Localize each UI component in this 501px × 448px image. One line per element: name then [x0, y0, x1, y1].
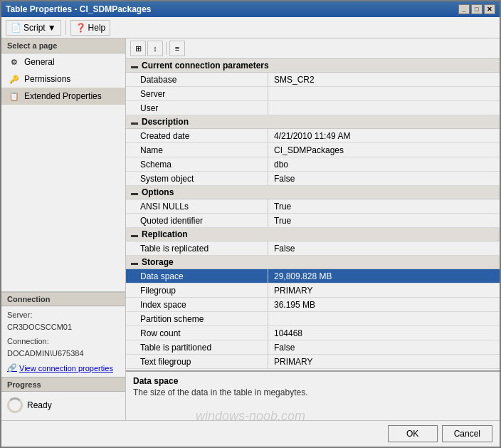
sidebar-item-general[interactable]: ⚙ General	[1, 53, 125, 71]
script-icon: 📄	[11, 23, 21, 33]
toggle-icon: ▬	[130, 231, 139, 239]
row-index-space: Index space 36.195 MB	[126, 298, 500, 312]
desc-text: The size of the data in the table in meg…	[133, 387, 492, 397]
row-schema: Schema dbo	[126, 157, 500, 172]
connection-info: Server: CR3DOCSCCM01 Connection: DOCADMI…	[7, 309, 120, 360]
bottom-bar: OK Cancel	[1, 420, 500, 447]
list-view-btn[interactable]: ≡	[169, 41, 185, 56]
sidebar-item-permissions[interactable]: 🔑 Permissions	[1, 71, 125, 88]
row-row-count: Row count 104468	[126, 326, 500, 340]
toggle-icon: ▬	[130, 62, 139, 70]
title-bar-controls: _ □ ✕	[458, 4, 495, 14]
sidebar: Select a page ⚙ General 🔑 Permissions 📋 …	[1, 38, 126, 420]
ok-button[interactable]: OK	[388, 425, 438, 442]
section-replication[interactable]: ▬ Replication	[126, 228, 500, 241]
icon-separator	[166, 42, 167, 55]
dropdown-arrow: ▼	[48, 23, 56, 33]
grid-view-btn[interactable]: ⊞	[130, 41, 146, 56]
progress-title: Progress	[1, 377, 125, 392]
section-storage[interactable]: ▬ Storage	[126, 256, 500, 269]
separator	[65, 21, 66, 35]
props-area[interactable]: ▬ Current connection parameters Database…	[126, 59, 500, 370]
general-icon: ⚙	[9, 56, 20, 68]
sidebar-item-extended-properties[interactable]: 📋 Extended Properties	[1, 88, 125, 105]
help-button[interactable]: ❓ Help	[70, 20, 111, 36]
desc-title: Data space	[133, 376, 492, 386]
sort-btn[interactable]: ↕	[147, 41, 163, 56]
row-ansi-nulls: ANSI NULLs True	[126, 199, 500, 214]
cancel-button[interactable]: Cancel	[442, 425, 492, 442]
row-filegroup: Filegroup PRIMARY	[126, 283, 500, 298]
server-value: CR3DOCSCCM01	[7, 323, 72, 331]
row-name: Name CI_SDMPackages	[126, 143, 500, 157]
sidebar-items: ⚙ General 🔑 Permissions 📋 Extended Prope…	[1, 53, 125, 291]
server-label-row: Server: CR3DOCSCCM01	[7, 309, 120, 334]
toolbar: 📄 Script ▼ ❓ Help	[1, 17, 500, 38]
content-area: Select a page ⚙ General 🔑 Permissions 📋 …	[1, 38, 500, 420]
icon-toolbar: ⊞ ↕ ≡	[126, 38, 500, 59]
maximize-btn[interactable]: □	[471, 4, 482, 14]
row-text-filegroup: Text filegroup PRIMARY	[126, 355, 500, 369]
main-panel: ⊞ ↕ ≡ ▬ Current connection parameters Da…	[126, 38, 500, 420]
window-title: Table Properties - CI_SDMPackages	[6, 4, 152, 14]
connection-section: Connection Server: CR3DOCSCCM01 Connecti…	[1, 291, 125, 377]
toggle-icon: ▬	[130, 259, 139, 266]
connection-label: Connection:	[7, 337, 49, 345]
extended-icon: 📋	[9, 90, 20, 102]
section-description[interactable]: ▬ Description	[126, 115, 500, 129]
row-system-object: System object False	[126, 172, 500, 186]
row-database: Database SMS_CR2	[126, 73, 500, 87]
minimize-btn[interactable]: _	[458, 4, 470, 14]
progress-section: Progress Ready	[1, 377, 125, 420]
row-created-date: Created date 4/21/2010 11:49 AM	[126, 129, 500, 143]
progress-spinner	[7, 397, 23, 413]
row-table-replicated: Table is replicated False	[126, 241, 500, 256]
row-partition-scheme: Partition scheme	[126, 312, 500, 326]
section-options[interactable]: ▬ Options	[126, 186, 500, 199]
select-page-label: Select a page	[1, 38, 125, 53]
view-connection-link[interactable]: 🔗 View connection properties	[7, 363, 120, 373]
server-label: Server:	[7, 311, 32, 319]
toggle-icon: ▬	[130, 118, 139, 126]
connection-label-row: Connection: DOCADMIN\U675384	[7, 335, 120, 360]
main-window: Table Properties - CI_SDMPackages _ □ ✕ …	[0, 0, 501, 448]
connection-title: Connection	[1, 292, 125, 306]
section-current-connection[interactable]: ▬ Current connection parameters	[126, 59, 500, 73]
close-btn[interactable]: ✕	[484, 4, 495, 14]
link-icon: 🔗	[7, 363, 17, 373]
row-server: Server	[126, 87, 500, 101]
connection-value: DOCADMIN\U675384	[7, 349, 84, 358]
progress-status: Ready	[27, 400, 52, 410]
description-panel: Data space The size of the data in the t…	[126, 370, 500, 420]
help-icon: ❓	[75, 23, 86, 33]
progress-inner: Ready	[7, 395, 120, 416]
script-button[interactable]: 📄 Script ▼	[6, 20, 61, 36]
row-table-partitioned: Table is partitioned False	[126, 340, 500, 355]
row-data-space[interactable]: Data space 29,809.828 MB	[126, 269, 500, 283]
permissions-icon: 🔑	[9, 73, 20, 85]
row-quoted-identifier: Quoted identifier True	[126, 214, 500, 228]
title-bar: Table Properties - CI_SDMPackages _ □ ✕	[1, 1, 500, 17]
row-user: User	[126, 101, 500, 115]
toggle-icon: ▬	[130, 189, 139, 197]
